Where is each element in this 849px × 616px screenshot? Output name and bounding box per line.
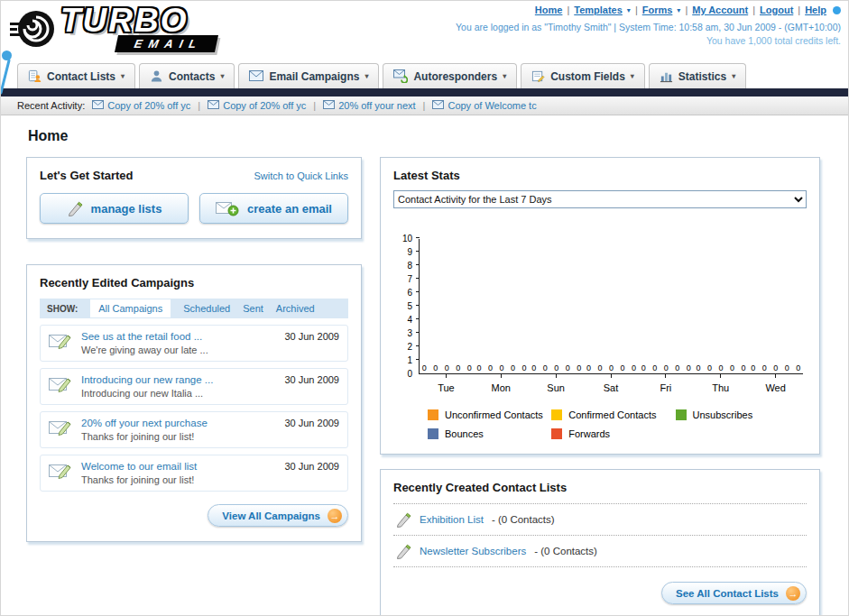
- separator: |: [567, 5, 569, 15]
- filter-tab-all-campaigns[interactable]: All Campaigns: [90, 299, 171, 317]
- filter-tab-sent[interactable]: Sent: [243, 303, 263, 314]
- recent-campaigns-panel: Recently Edited Campaigns SHOW: All Camp…: [26, 264, 362, 542]
- recent-activity-link[interactable]: Copy of 20% off yc: [223, 100, 306, 111]
- campaign-row[interactable]: Introducing our new range ...Introducing…: [40, 368, 348, 405]
- top-link-forms[interactable]: Forms: [642, 5, 673, 15]
- top-link-help[interactable]: Help: [805, 5, 826, 15]
- latest-stats-title: Latest Stats: [393, 169, 807, 182]
- envelope-pencil-icon: [49, 418, 72, 437]
- autoresponders-icon: [393, 69, 408, 83]
- chart-legend: Unconfirmed ContactsConfirmed ContactsUn…: [397, 409, 803, 439]
- app-window: TURBO EMAIL Home|Templates▾|Forms▾|My Ac…: [0, 0, 849, 616]
- create-email-button[interactable]: create an email: [199, 193, 348, 224]
- chevron-down-icon: ▾: [121, 72, 125, 80]
- tab-email-campaigns[interactable]: Email Campaigns▾: [238, 63, 379, 88]
- see-all-contact-lists-button[interactable]: See All Contact Lists →: [661, 582, 807, 604]
- recent-activity-link[interactable]: 20% off your next: [338, 100, 415, 111]
- campaign-subtitle: Thanks for joining our list!: [81, 431, 275, 442]
- recent-activity-link[interactable]: Copy of Welcome tc: [448, 100, 536, 111]
- envelope-pencil-icon: [49, 374, 72, 394]
- campaign-link[interactable]: Welcome to our email list: [81, 461, 275, 472]
- campaigns-title: Recently Edited Campaigns: [40, 276, 348, 290]
- contact-lists-icon: [28, 69, 42, 83]
- x-tick: [501, 374, 502, 378]
- y-tick-label: 2: [407, 343, 412, 352]
- envelope-icon: [432, 100, 444, 111]
- statistics-icon: [660, 69, 673, 83]
- top-link-templates[interactable]: Templates: [574, 5, 623, 15]
- contact-list-link[interactable]: Newsletter Subscribers: [420, 546, 526, 556]
- separator: |: [313, 100, 316, 111]
- x-tick-label: Sat: [584, 374, 639, 395]
- contact-activity-chart: 012345678910 0 0 0 0 00 0 0 0 00 0 0 0 0…: [393, 239, 807, 439]
- contact-list-row[interactable]: Newsletter Subscribers- (0 Contacts): [393, 536, 807, 567]
- recent-activity-item: Copy of 20% off yc: [92, 100, 190, 111]
- y-tick-label: 7: [407, 275, 412, 284]
- legend-swatch: [428, 409, 438, 420]
- logo-email-text: EMAIL: [115, 35, 218, 52]
- campaign-row[interactable]: 20% off your next purchaseThanks for joi…: [40, 411, 348, 448]
- campaign-date: 30 Jun 2009: [284, 461, 339, 472]
- manage-lists-button[interactable]: manage lists: [40, 193, 189, 224]
- arrow-right-icon: →: [786, 586, 800, 601]
- campaign-link[interactable]: Introducing our new range ...: [81, 374, 275, 385]
- recent-contact-lists-panel: Recently Created Contact Lists Exhibitio…: [380, 469, 820, 616]
- recent-activity-link[interactable]: Copy of 20% off yc: [107, 100, 190, 111]
- legend-label: Unsubscribes: [693, 409, 753, 420]
- header: TURBO EMAIL Home|Templates▾|Forms▾|My Ac…: [1, 1, 848, 60]
- tab-statistics[interactable]: Statistics▾: [649, 63, 746, 88]
- campaign-row[interactable]: Welcome to our email listThanks for join…: [40, 455, 348, 492]
- separator: |: [685, 5, 688, 15]
- legend-item-confirmed-contacts: Confirmed Contacts: [551, 409, 675, 420]
- chart-group-tue: 0 0 0 0 0: [420, 239, 475, 373]
- turbo-email-logo: TURBO EMAIL: [10, 4, 217, 54]
- latest-stats-panel: Latest Stats Contact Activity for the La…: [380, 157, 820, 455]
- tab-custom-fields[interactable]: Custom Fields▾: [521, 63, 645, 88]
- legend-label: Bounces: [445, 428, 484, 439]
- top-link-logout[interactable]: Logout: [760, 5, 793, 15]
- tab-label: Email Campaigns: [269, 70, 359, 83]
- tab-contact-lists[interactable]: Contact Lists▾: [17, 63, 135, 88]
- switch-to-quick-links[interactable]: Switch to Quick Links: [254, 170, 348, 181]
- bar-value-labels: 0 0 0 0 0: [694, 363, 749, 372]
- campaign-link[interactable]: See us at the retail food ...: [81, 331, 275, 342]
- campaign-text: 20% off your next purchaseThanks for joi…: [81, 418, 275, 442]
- separator: |: [752, 5, 755, 15]
- filter-tab-scheduled[interactable]: Scheduled: [183, 303, 230, 314]
- legend-item-bounces: Bounces: [428, 428, 551, 439]
- y-tick-label: 8: [407, 262, 412, 271]
- top-link-my-account[interactable]: My Account: [692, 5, 748, 15]
- contact-list-row[interactable]: Exhibition List- (0 Contacts): [393, 504, 807, 536]
- chevron-down-icon: ▾: [503, 72, 506, 80]
- tab-autoresponders[interactable]: Autoresponders▾: [383, 63, 517, 88]
- contact-lists-title: Recently Created Contact Lists: [393, 481, 807, 494]
- y-tick-label: 10: [402, 234, 412, 244]
- contact-list-link[interactable]: Exhibition List: [420, 514, 484, 525]
- top-link-home[interactable]: Home: [535, 5, 563, 15]
- create-email-label: create an email: [247, 202, 332, 216]
- bar-value-labels: 0 0 0 0 0: [639, 363, 694, 372]
- blue-dot-icon: [833, 6, 841, 14]
- campaign-row[interactable]: See us at the retail food ...We're givin…: [40, 325, 348, 362]
- y-tick-label: 9: [407, 248, 412, 257]
- tab-contacts[interactable]: Contacts▾: [139, 63, 235, 88]
- tab-label: Contacts: [169, 70, 215, 83]
- stats-period-select[interactable]: Contact Activity for the Last 7 Days: [393, 190, 807, 208]
- logo-text: TURBO EMAIL: [60, 4, 217, 52]
- chart-group-thu: 0 0 0 0 0: [694, 239, 749, 373]
- legend-label: Unconfirmed Contacts: [445, 409, 543, 420]
- recent-activity-item: Copy of Welcome tc: [432, 100, 536, 111]
- envelope-icon: [323, 100, 335, 111]
- legend-swatch: [551, 409, 562, 420]
- legend-item-forwards: Forwards: [551, 428, 675, 439]
- x-tick-label: Tue: [419, 374, 474, 395]
- legend-item-unconfirmed-contacts: Unconfirmed Contacts: [428, 409, 551, 420]
- login-info: You are logged in as "Timothy Smith" | S…: [456, 22, 841, 32]
- campaign-link[interactable]: 20% off your next purchase: [81, 418, 275, 428]
- show-label: SHOW:: [47, 304, 78, 314]
- view-all-campaigns-button[interactable]: View All Campaigns →: [208, 504, 348, 527]
- y-tick: [416, 237, 420, 238]
- filter-tab-archived[interactable]: Archived: [276, 303, 315, 314]
- y-tick-label: 5: [407, 302, 412, 311]
- chart-plot: 0 0 0 0 00 0 0 0 00 0 0 0 00 0 0 0 00 0 …: [419, 239, 803, 374]
